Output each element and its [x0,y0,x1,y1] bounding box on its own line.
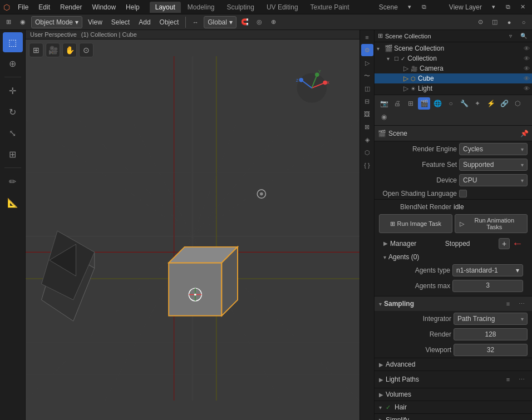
transform-tool-icon[interactable]: ⊞ [3,144,23,164]
scene-copy-icon[interactable]: ⧉ [418,1,430,13]
camera-vis[interactable]: 👁 [524,65,530,72]
select-menu[interactable]: Select [108,17,133,27]
menu-help[interactable]: Help [121,2,144,12]
device-dropdown[interactable]: CPU ▾ [459,174,528,186]
rotate-tool-icon[interactable]: ↻ [3,102,23,122]
timeline-icon[interactable]: ▷ [361,57,373,69]
view-layer-copy-icon[interactable]: ⧉ [502,1,514,13]
run-image-task-button[interactable]: ⊞ Run Image Task [379,214,452,233]
render-samples-input[interactable]: 128 [454,328,528,340]
viewport[interactable]: User Perspective (1) Collection | Cube [26,30,359,420]
view-menu[interactable]: View [85,17,106,27]
advanced-header[interactable]: ▶ Advanced [375,358,532,370]
viewport-samples-input[interactable]: 32 [454,344,528,356]
prop-constraints-icon[interactable]: 🔗 [498,97,510,110]
outliner-filter-icon[interactable]: ▿ [504,30,516,42]
annotate-tool-icon[interactable]: ✏ [3,171,23,191]
object-menu[interactable]: Object [156,17,183,27]
outliner-light[interactable]: ▷ ☀ Light 👁 [375,83,532,93]
outliner-camera[interactable]: ▷ 🎥 Camera 👁 [375,63,532,73]
simplify-header[interactable]: ▶ Simplify [375,414,532,420]
tab-sculpting[interactable]: Sculpting [221,2,260,13]
viewport-canvas[interactable]: X Y Z ⊞ 🎥 ✋ ⊙ [26,39,359,417]
light-paths-options-icon[interactable]: ⋯ [515,373,528,386]
shader-editor-icon[interactable]: ◈ [361,134,373,146]
prop-view-layer-icon[interactable]: ⊞ [405,97,417,110]
graph-editor-icon[interactable]: 〜 [361,70,373,82]
prop-modifier-icon[interactable]: 🔧 [458,97,470,110]
outliner-search-icon[interactable]: 🔍 [518,30,530,42]
global-dropdown[interactable]: Global▾ [204,16,237,28]
view-layer-menu-icon[interactable]: ▾ [487,1,500,13]
manager-add-button[interactable]: + [499,238,510,249]
tab-modeling[interactable]: Modeling [182,2,220,13]
tab-layout[interactable]: Layout [150,2,181,13]
agents-max-input[interactable]: 3 [452,280,523,292]
tab-texture-paint[interactable]: Texture Paint [305,2,355,13]
prop-material-icon[interactable]: ◉ [378,111,390,123]
collection-vis[interactable]: 👁 [524,55,530,62]
outliner-collection[interactable]: ▾ □ ✓ Collection 👁 [375,53,532,63]
view-tool-camera[interactable]: 🎥 [46,43,60,57]
menu-window[interactable]: Window [87,2,120,12]
run-animation-tasks-button[interactable]: ▷ Run Animation Tasks [455,214,528,233]
select-tool-icon[interactable]: ⬚ [3,32,23,52]
menu-render[interactable]: Render [56,2,86,12]
image-editor-icon[interactable]: 🖼 [361,108,373,120]
dope-sheet-icon[interactable]: ◫ [361,82,373,95]
shading-solid-icon[interactable]: ● [503,16,515,28]
light-paths-header[interactable]: ▶ Light Paths ≡ ⋯ [375,371,532,388]
move-tool-icon[interactable]: ✛ [3,81,23,101]
render-engine-dropdown[interactable]: Cycles ▾ [459,143,528,155]
open-shading-checkbox[interactable] [459,190,467,197]
sampling-menu-icon[interactable]: ≡ [502,298,514,310]
integrator-dropdown[interactable]: Path Tracing ▾ [454,313,528,325]
outliner-icon[interactable]: ≡ [361,31,373,43]
shading-rendered-icon[interactable]: ○ [518,16,530,28]
prop-object-icon[interactable]: ○ [445,97,457,110]
mirror-icon[interactable]: ⊕ [268,16,280,28]
close-icon[interactable]: ✕ [516,1,529,13]
nla-editor-icon[interactable]: ⊟ [361,95,373,107]
transform-icon[interactable]: ↔ [189,16,201,28]
view-tool-hand[interactable]: ✋ [62,43,77,57]
compositor-icon[interactable]: ⬡ [361,146,373,159]
tab-uv-editing[interactable]: UV Editing [261,2,304,13]
cube-vis[interactable]: 👁 [524,75,530,82]
uv-editor-icon[interactable]: ⊠ [361,121,373,133]
proportional-edit-icon[interactable]: ◎ [253,16,265,28]
scene-menu-icon[interactable]: ▾ [403,1,416,13]
xray-icon[interactable]: ◫ [489,16,501,28]
volumes-header[interactable]: ▶ Volumes [375,388,532,401]
add-menu[interactable]: Add [135,17,154,27]
prop-world-icon[interactable]: 🌐 [431,97,444,110]
measure-tool-icon[interactable]: 📐 [3,192,23,213]
outliner-scene-collection[interactable]: ▾ 🎬 Scene Collection 👁 [375,43,532,53]
local-view-icon[interactable]: ◉ [17,16,29,28]
menu-file[interactable]: File [13,2,33,12]
scale-tool-icon[interactable]: ⤡ [3,123,23,143]
agents-type-dropdown[interactable]: n1-standard-1 ▾ [452,264,523,276]
object-mode-dropdown[interactable]: Object Mode▾ [31,16,82,28]
scene-collection-vis[interactable]: 👁 [524,45,530,52]
menu-edit[interactable]: Edit [34,2,55,12]
feature-set-dropdown[interactable]: Supported ▾ [459,159,528,171]
prop-render-icon[interactable]: 📷 [378,97,390,110]
view-tool-grid[interactable]: ⊞ [29,43,43,57]
editor-type-icon[interactable]: ⊞ [2,16,14,28]
snap-icon[interactable]: 🧲 [239,16,251,28]
hair-header[interactable]: ▾ ✓ Hair [375,401,532,413]
light-paths-menu-icon[interactable]: ≡ [502,373,514,386]
prop-scene-icon[interactable]: 🎬 [418,97,430,110]
prop-data-icon[interactable]: ⬡ [511,97,524,110]
sampling-header[interactable]: ▾ Sampling ≡ ⋯ [375,297,532,311]
sampling-options-icon[interactable]: ⋯ [515,298,528,310]
view-tool-zoom[interactable]: ⊙ [79,43,93,57]
light-vis[interactable]: 👁 [524,85,530,92]
properties-icon[interactable]: ⚙ [361,44,373,56]
cursor-tool-icon[interactable]: ⊕ [3,53,23,73]
scripting-icon[interactable]: { } [361,159,373,171]
outliner-cube[interactable]: ▷ ⬡ Cube 👁 [375,73,532,83]
prop-output-icon[interactable]: 🖨 [391,97,403,110]
overlay-icon[interactable]: ⊙ [474,16,486,28]
